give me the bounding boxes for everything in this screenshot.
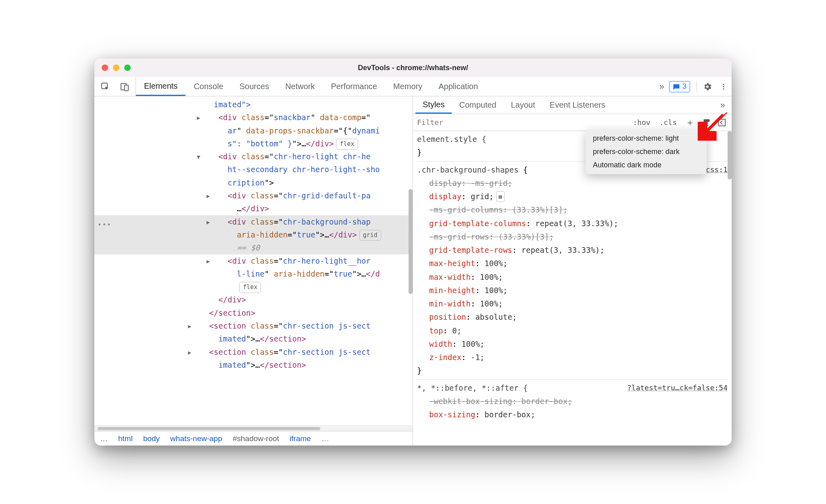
more-styles-tabs-icon[interactable]: » [718, 100, 728, 110]
cls-toggle[interactable]: .cls [657, 118, 679, 127]
settings-icon[interactable] [699, 82, 715, 92]
dom-line: flex [94, 280, 413, 293]
dom-line: ar" data-props-snackbar="{"dynami [94, 124, 413, 137]
tab-sources[interactable]: Sources [232, 77, 277, 96]
zoom-window-button[interactable] [124, 65, 131, 71]
titlebar: DevTools - chrome://whats-new/ [94, 58, 732, 77]
css-property[interactable]: min-width: 100%; [417, 297, 728, 310]
dom-line-selected: aria-hidden="true">…</div>grid [94, 228, 413, 241]
devtools-window: DevTools - chrome://whats-new/ Elements … [94, 58, 732, 446]
css-property[interactable]: max-width: 100%; [417, 271, 728, 284]
tab-event-listeners[interactable]: Event Listeners [542, 96, 613, 114]
elements-pane: imated"> ▶ <div class="snackbar" data-co… [94, 96, 413, 446]
styles-rules[interactable]: element.style { } .css:1 .chr-background… [413, 131, 732, 446]
css-property[interactable]: position: absolute; [417, 310, 728, 324]
new-style-rule-button[interactable]: ＋ [683, 117, 697, 129]
tab-layout[interactable]: Layout [504, 96, 542, 114]
css-property[interactable]: display: -ms-grid; [417, 177, 728, 190]
css-property[interactable]: display: grid;▦ [417, 190, 728, 203]
dom-line: ht--secondary chr-hero-light--sho [94, 163, 413, 176]
styles-tabs: Styles Computed Layout Event Listeners » [413, 96, 732, 114]
issues-badge[interactable]: 3 [669, 81, 690, 92]
dom-line: imated">…</section> [94, 332, 413, 345]
svg-point-4 [723, 86, 724, 87]
tab-styles[interactable]: Styles [415, 96, 452, 114]
css-property[interactable]: min-height: 100%; [417, 284, 728, 297]
dom-line: ▶ <div class="chr-grid-default-pa [94, 189, 413, 202]
dropdown-item[interactable]: prefers-color-scheme: light [586, 132, 707, 145]
dom-line: cription"> [94, 176, 413, 189]
dom-line: imated">…</section> [94, 358, 413, 371]
breadcrumb-more-left[interactable]: … [100, 434, 108, 443]
svg-point-3 [723, 83, 724, 85]
styles-filter-input[interactable] [417, 118, 626, 127]
dom-line-selected: •••▶ <div class="chr-background-shap [94, 215, 413, 228]
more-tabs-icon[interactable]: » [655, 81, 669, 92]
tab-memory[interactable]: Memory [385, 77, 430, 96]
close-window-button[interactable] [102, 65, 108, 71]
css-property[interactable]: max-height: 100%; [417, 257, 728, 270]
dom-tree[interactable]: imated"> ▶ <div class="snackbar" data-co… [94, 96, 413, 425]
css-property[interactable]: grid-template-rows: repeat(3, 33.33%); [417, 244, 728, 257]
main-toolbar: Elements Console Sources Network Perform… [94, 77, 732, 96]
breadcrumb-item[interactable]: whats-new-app [170, 434, 222, 443]
rule-source-link[interactable]: ?latest=tru…ck=false:54 [627, 381, 728, 394]
color-scheme-dropdown: prefers-color-scheme: light prefers-colo… [586, 129, 707, 174]
dom-line: ▼ <div class="chr-hero-light chr-he [94, 150, 413, 163]
rendering-emulations-icon[interactable] [701, 117, 712, 128]
css-property[interactable]: -ms-grid-rows: (33.33%)[3]; [417, 230, 728, 244]
toolbar-divider [697, 81, 697, 92]
vertical-scrollbar[interactable] [409, 189, 413, 294]
toggle-computed-sidebar-icon[interactable] [716, 117, 728, 128]
styles-filter-row: :hov .cls ＋ [413, 114, 732, 131]
tab-application[interactable]: Application [430, 77, 486, 96]
device-toolbar-icon[interactable] [119, 81, 130, 92]
breadcrumb-item[interactable]: iframe [290, 434, 311, 443]
tab-performance[interactable]: Performance [323, 77, 386, 96]
css-property[interactable]: -ms-grid-columns: (33.33%)[3]; [417, 203, 728, 217]
hov-toggle[interactable]: :hov [630, 118, 653, 127]
svg-rect-2 [125, 85, 128, 91]
window-controls [102, 65, 131, 71]
css-property[interactable]: top: 0; [417, 324, 728, 337]
css-property[interactable]: grid-template-columns: repeat(3, 33.33%)… [417, 217, 728, 230]
css-property[interactable]: box-sizing: border-box; [417, 408, 728, 421]
more-options-icon[interactable] [715, 83, 732, 91]
styles-pane: Styles Computed Layout Event Listeners »… [413, 96, 732, 446]
breadcrumb-item[interactable]: html [118, 434, 133, 443]
dropdown-item[interactable]: prefers-color-scheme: dark [586, 145, 707, 158]
panel-tabs: Elements Console Sources Network Perform… [136, 77, 486, 96]
tab-network[interactable]: Network [277, 77, 323, 96]
dom-line: l-line" aria-hidden="true">…</d [94, 267, 413, 280]
breadcrumb-item[interactable]: body [143, 434, 160, 443]
window-title: DevTools - chrome://whats-new/ [94, 64, 732, 72]
dom-line: s": "bottom" }">…</div>flex [94, 137, 413, 150]
css-property[interactable]: z-index: -1; [417, 351, 728, 364]
dom-line: ▶ <section class="chr-section js-sect [94, 346, 413, 358]
dom-line: ▶ <section class="chr-section js-sect [94, 319, 413, 332]
css-rule: .css:1 .chr-background-shapes { display:… [417, 161, 728, 378]
dom-line: imated"> [94, 98, 413, 111]
breadcrumb-item[interactable]: #shadow-root [233, 434, 279, 443]
tab-computed[interactable]: Computed [452, 96, 503, 114]
svg-point-5 [723, 88, 724, 90]
panes: imated"> ▶ <div class="snackbar" data-co… [94, 96, 732, 446]
breadcrumb-more-right[interactable]: … [321, 434, 329, 443]
vertical-scrollbar[interactable] [728, 131, 732, 179]
horizontal-scrollbar-track[interactable] [94, 425, 413, 431]
dom-line: ▶ <div class="snackbar" data-comp=" [94, 111, 413, 124]
css-property[interactable]: width: 100%; [417, 337, 728, 351]
dom-line: </div> [94, 293, 413, 306]
inspect-icon[interactable] [100, 81, 111, 92]
tab-console[interactable]: Console [186, 77, 231, 96]
horizontal-scrollbar-thumb[interactable] [98, 427, 320, 430]
dropdown-item[interactable]: Automatic dark mode [586, 158, 707, 172]
css-property[interactable]: -webkit-box-sizing: border-box; [417, 395, 728, 408]
tab-elements[interactable]: Elements [136, 77, 186, 96]
grid-badge-icon[interactable]: ▦ [496, 191, 504, 202]
dom-line: …</div> [94, 202, 413, 215]
minimize-window-button[interactable] [113, 65, 119, 71]
issues-count: 3 [682, 82, 686, 91]
css-rule: ?latest=tru…ck=false:54 *, *::before, *:… [417, 379, 728, 422]
dom-line-selected: == $0 [94, 241, 413, 254]
